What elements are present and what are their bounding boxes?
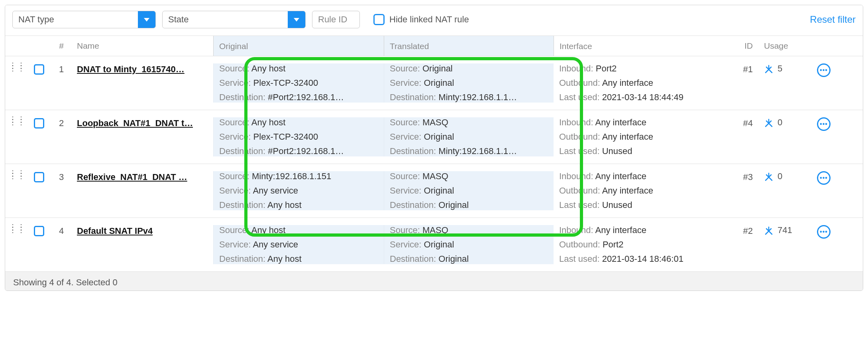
- table-footer: Showing 4 of 4. Selected 0: [5, 271, 863, 291]
- chevron-down-icon: [138, 11, 155, 28]
- column-usage[interactable]: Usage: [756, 41, 808, 51]
- interface-cell: Inbound: Port2 Outbound: Any interface L…: [554, 63, 724, 103]
- drag-handle[interactable]: ⋮⋮⋮⋮: [5, 63, 29, 103]
- more-actions-button[interactable]: •••: [817, 171, 831, 185]
- rule-id: #3: [724, 171, 756, 210]
- row-number: 3: [49, 171, 74, 210]
- drag-handle[interactable]: ⋮⋮⋮⋮: [5, 117, 29, 156]
- interface-cell: Inbound: Any interface Outbound: Any int…: [554, 171, 724, 210]
- more-actions-button[interactable]: •••: [817, 63, 831, 77]
- drag-handle[interactable]: ⋮⋮⋮⋮: [5, 225, 29, 264]
- reset-filter-link[interactable]: Reset filter: [810, 14, 856, 25]
- drag-handle[interactable]: ⋮⋮⋮⋮: [5, 171, 29, 210]
- original-cell: Source: Minty:192.168.1.151 Service: Any…: [213, 171, 384, 210]
- row-checkbox[interactable]: [34, 118, 44, 128]
- usage-icon: [764, 172, 774, 181]
- row-checkbox[interactable]: [34, 226, 44, 236]
- more-actions-button[interactable]: •••: [817, 117, 831, 131]
- rule-id: #4: [724, 117, 756, 156]
- state-select[interactable]: State: [162, 11, 306, 28]
- table-row: ⋮⋮⋮⋮ 2 Loopback_NAT#1_DNAT t… Source: An…: [5, 110, 863, 164]
- rule-name-link[interactable]: Reflexive_NAT#1_DNAT …: [77, 171, 187, 182]
- hide-linked-label: Hide linked NAT rule: [389, 14, 469, 25]
- original-cell: Source: Any host Service: Plex-TCP-32400…: [213, 63, 384, 103]
- rule-id-input[interactable]: [312, 11, 360, 28]
- table-row: ⋮⋮⋮⋮ 4 Default SNAT IPv4 Source: Any hos…: [5, 218, 863, 271]
- rule-id: #1: [724, 63, 756, 103]
- translated-cell: Source: MASQ Service: Original Destinati…: [384, 225, 554, 264]
- more-actions-button[interactable]: •••: [817, 225, 831, 239]
- column-translated[interactable]: Translated: [384, 36, 554, 56]
- filter-bar: NAT type State Hide linked NAT rule Rese…: [5, 5, 863, 36]
- row-checkbox[interactable]: [34, 64, 44, 75]
- row-number: 4: [49, 225, 74, 264]
- usage-cell: 741: [756, 225, 808, 264]
- table-body: ⋮⋮⋮⋮ 1 DNAT to Minty_1615740… Source: An…: [5, 56, 863, 271]
- row-number: 1: [49, 63, 74, 103]
- translated-cell: Source: Original Service: Original Desti…: [384, 63, 554, 103]
- interface-cell: Inbound: Any interface Outbound: Any int…: [554, 117, 724, 156]
- column-id[interactable]: ID: [724, 41, 756, 51]
- table-row: ⋮⋮⋮⋮ 3 Reflexive_NAT#1_DNAT … Source: Mi…: [5, 164, 863, 218]
- original-cell: Source: Any host Service: Any service De…: [213, 225, 384, 264]
- usage-icon: [764, 65, 774, 73]
- state-label: State: [163, 14, 194, 25]
- nat-type-select[interactable]: NAT type: [12, 11, 156, 28]
- usage-cell: 5: [756, 63, 808, 103]
- translated-cell: Source: MASQ Service: Original Destinati…: [384, 117, 554, 156]
- hide-linked-checkbox[interactable]: [373, 14, 385, 25]
- nat-type-label: NAT type: [13, 14, 60, 25]
- table-header: # Name Original Translated Interface ID …: [5, 36, 863, 56]
- original-cell: Source: Any host Service: Plex-TCP-32400…: [213, 117, 384, 156]
- usage-icon: [764, 119, 774, 127]
- column-interface[interactable]: Interface: [554, 36, 724, 56]
- usage-cell: 0: [756, 171, 808, 210]
- column-number[interactable]: #: [49, 41, 74, 51]
- rule-name-link[interactable]: Default SNAT IPv4: [77, 225, 153, 236]
- rule-name-link[interactable]: Loopback_NAT#1_DNAT t…: [77, 117, 193, 128]
- translated-cell: Source: MASQ Service: Original Destinati…: [384, 171, 554, 210]
- row-number: 2: [49, 117, 74, 156]
- interface-cell: Inbound: Any interface Outbound: Port2 L…: [554, 225, 724, 264]
- hide-linked-checkbox-group: Hide linked NAT rule: [373, 14, 469, 25]
- usage-cell: 0: [756, 117, 808, 156]
- column-original[interactable]: Original: [213, 36, 384, 56]
- row-checkbox[interactable]: [34, 172, 44, 182]
- table-row: ⋮⋮⋮⋮ 1 DNAT to Minty_1615740… Source: An…: [5, 56, 863, 110]
- column-name[interactable]: Name: [74, 41, 213, 51]
- usage-icon: [764, 226, 774, 235]
- rule-id: #2: [724, 225, 756, 264]
- chevron-down-icon: [288, 11, 305, 28]
- nat-rules-panel: NAT type State Hide linked NAT rule Rese…: [5, 5, 863, 291]
- rule-name-link[interactable]: DNAT to Minty_1615740…: [77, 63, 185, 75]
